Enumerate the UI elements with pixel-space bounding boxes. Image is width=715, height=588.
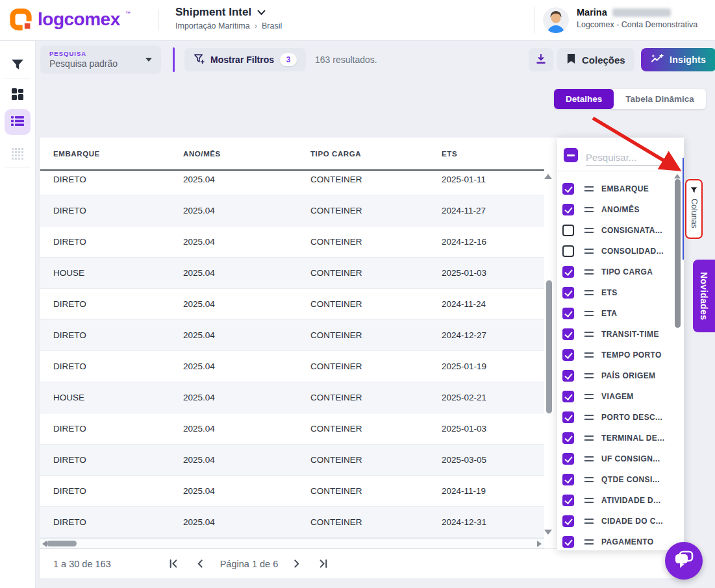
- tab-tabela-dinamica[interactable]: Tabela Dinâmica: [614, 89, 706, 109]
- column-list-item[interactable]: QTDE CONSI...: [557, 469, 674, 490]
- drag-handle-icon[interactable]: [584, 394, 594, 399]
- novidades-tab[interactable]: Novidades: [693, 260, 715, 332]
- table-row[interactable]: HOUSE 2025.04 CONTEINER 2025-02-21: [40, 382, 544, 413]
- scroll-up-button[interactable]: [544, 174, 552, 179]
- scroll-down-button[interactable]: [544, 530, 552, 535]
- column-checkbox[interactable]: [562, 245, 574, 257]
- search-preset-dropdown[interactable]: PESQUISA Pesquisa padrão: [40, 45, 161, 74]
- column-list-item[interactable]: TEMPO PORTO: [557, 345, 674, 365]
- drag-handle-icon[interactable]: [584, 207, 594, 212]
- column-list-item[interactable]: VIAGEM: [557, 386, 674, 407]
- column-checkbox[interactable]: [562, 370, 574, 382]
- table-row[interactable]: DIRETO 2025.04 CONTEINER 2024-11-27: [40, 195, 544, 227]
- chat-button[interactable]: [665, 542, 703, 580]
- panel-scroll-up-button[interactable]: [674, 174, 681, 178]
- sidebar-item-dashboard[interactable]: [5, 82, 31, 108]
- table-row[interactable]: DIRETO 2025.04 CONTEINER 2024-11-19: [40, 476, 544, 507]
- show-filters-button[interactable]: Mostrar Filtros 3: [184, 48, 306, 71]
- column-checkbox[interactable]: [562, 287, 574, 299]
- select-all-checkbox[interactable]: [564, 148, 578, 162]
- column-list-item[interactable]: ETA: [557, 303, 674, 324]
- column-header[interactable]: EMBARQUE: [40, 150, 170, 158]
- column-list-item[interactable]: ETS: [557, 282, 674, 303]
- column-checkbox[interactable]: [562, 266, 574, 278]
- column-list-item[interactable]: CIDADE DO C...: [557, 511, 674, 532]
- drag-handle-icon[interactable]: [584, 352, 594, 358]
- drag-handle-icon[interactable]: [584, 539, 594, 545]
- column-list-item[interactable]: CONSIGNATA...: [557, 220, 674, 241]
- sidebar-item-list-view[interactable]: [5, 109, 31, 135]
- table-row[interactable]: DIRETO 2025.04 CONTEINER 2025-01-11: [40, 170, 544, 195]
- scroll-right-button[interactable]: [537, 541, 542, 547]
- column-checkbox[interactable]: [562, 349, 574, 361]
- table-row[interactable]: DIRETO 2025.04 CONTEINER 2024-12-16: [40, 227, 544, 258]
- column-list-item[interactable]: ATIVIDADE D...: [557, 490, 674, 511]
- sidebar-item-grid[interactable]: [5, 142, 31, 168]
- column-list-item[interactable]: UF CONSIGN...: [557, 448, 674, 469]
- insights-button[interactable]: Insights: [641, 48, 715, 71]
- drag-handle-icon[interactable]: [584, 456, 594, 461]
- column-list-item[interactable]: TIPO CARGA: [557, 262, 674, 282]
- prev-page-button[interactable]: [194, 557, 207, 570]
- drag-handle-icon[interactable]: [584, 269, 594, 275]
- column-checkbox[interactable]: [562, 474, 574, 485]
- drag-handle-icon[interactable]: [584, 415, 594, 420]
- column-list-item[interactable]: EMBARQUE: [557, 178, 674, 199]
- first-page-button[interactable]: [167, 557, 181, 570]
- column-list-item[interactable]: TRANSIT-TIME: [557, 324, 674, 345]
- column-checkbox[interactable]: [562, 225, 574, 236]
- drag-handle-icon[interactable]: [584, 477, 594, 482]
- drag-handle-icon[interactable]: [584, 249, 594, 254]
- column-checkbox[interactable]: [562, 391, 574, 402]
- vertical-scrollbar-thumb[interactable]: [546, 280, 552, 413]
- column-list-item[interactable]: CONSOLIDAD...: [557, 241, 674, 262]
- table-row[interactable]: DIRETO 2025.04 CONTEINER 2025-01-03: [40, 413, 544, 445]
- user-menu[interactable]: Marina Logcomex - Conta Demonstrativa: [543, 7, 697, 33]
- drag-handle-icon[interactable]: [584, 519, 594, 524]
- column-list-item[interactable]: PAGAMENTO: [557, 532, 674, 550]
- next-page-button[interactable]: [290, 557, 303, 570]
- column-header[interactable]: TIPO CARGA: [297, 150, 429, 158]
- column-search-input[interactable]: [586, 149, 675, 166]
- table-row[interactable]: DIRETO 2025.04 CONTEINER 2025-01-19: [40, 351, 544, 382]
- sidebar-item-filters[interactable]: [5, 53, 31, 79]
- breadcrumb-item-parent[interactable]: Importação Marítima: [175, 21, 250, 31]
- drag-handle-icon[interactable]: [584, 373, 594, 378]
- logo[interactable]: logcomex ™: [9, 8, 131, 34]
- table-row[interactable]: DIRETO 2025.04 CONTEINER 2024-12-31: [40, 507, 544, 538]
- table-row[interactable]: DIRETO 2025.04 CONTEINER 2025-03-05: [40, 445, 544, 476]
- drag-handle-icon[interactable]: [584, 435, 594, 441]
- download-button[interactable]: [529, 48, 553, 71]
- column-list-item[interactable]: PORTO DESC...: [557, 407, 674, 428]
- drag-handle-icon[interactable]: [584, 228, 594, 233]
- scroll-left-button[interactable]: [42, 541, 47, 547]
- column-checkbox[interactable]: [562, 515, 574, 527]
- drag-handle-icon[interactable]: [584, 498, 594, 503]
- column-checkbox[interactable]: [562, 453, 574, 465]
- colunas-tab[interactable]: Colunas: [685, 179, 703, 239]
- horizontal-scrollbar[interactable]: [40, 538, 544, 548]
- column-checkbox[interactable]: [562, 432, 574, 444]
- drag-handle-icon[interactable]: [584, 311, 594, 316]
- table-row[interactable]: DIRETO 2025.04 CONTEINER 2024-12-27: [40, 320, 544, 351]
- column-list-item[interactable]: ANO/MÊS: [557, 199, 674, 220]
- column-checkbox[interactable]: [562, 183, 574, 195]
- table-row[interactable]: HOUSE 2025.04 CONTEINER 2025-01-03: [40, 258, 544, 289]
- last-page-button[interactable]: [316, 557, 330, 570]
- column-list-item[interactable]: PAÍS ORIGEM: [557, 365, 674, 386]
- horizontal-scrollbar-thumb[interactable]: [47, 541, 77, 546]
- drag-handle-icon[interactable]: [584, 332, 594, 337]
- drag-handle-icon[interactable]: [584, 186, 594, 191]
- column-checkbox[interactable]: [562, 495, 574, 506]
- column-checkbox[interactable]: [562, 328, 574, 340]
- column-checkbox[interactable]: [562, 536, 574, 548]
- panel-scrollbar-thumb[interactable]: [675, 179, 681, 328]
- table-row[interactable]: DIRETO 2025.04 CONTEINER 2024-11-24: [40, 289, 544, 320]
- collections-button[interactable]: Coleções: [557, 48, 634, 71]
- column-checkbox[interactable]: [562, 204, 574, 215]
- column-header[interactable]: ETS: [429, 150, 530, 158]
- product-switcher[interactable]: Shipment Intel: [175, 6, 282, 19]
- tab-detalhes[interactable]: Detalhes: [554, 89, 614, 109]
- column-checkbox[interactable]: [562, 308, 574, 319]
- column-checkbox[interactable]: [562, 411, 574, 423]
